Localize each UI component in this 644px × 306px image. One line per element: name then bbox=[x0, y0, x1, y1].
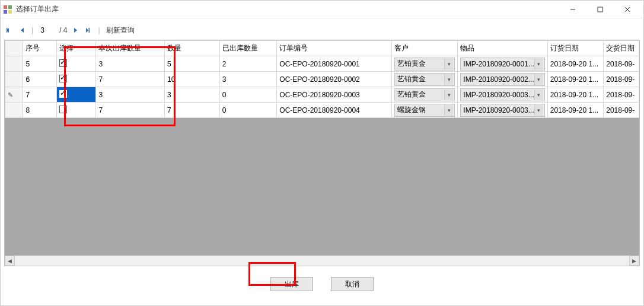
cell-select[interactable] bbox=[57, 56, 96, 72]
cell-qty[interactable]: 10 bbox=[165, 72, 220, 87]
col-order-date[interactable]: 订货日期 bbox=[547, 41, 603, 56]
table-row[interactable]: 8770OC-EPO-20180920-0004螺旋金钢▾IMP-2018092… bbox=[5, 103, 639, 118]
row-indicator[interactable] bbox=[5, 72, 23, 87]
close-button[interactable] bbox=[614, 1, 641, 18]
chevron-down-icon[interactable]: ▾ bbox=[444, 105, 453, 116]
cell-seq[interactable]: 6 bbox=[23, 72, 57, 87]
chevron-down-icon[interactable]: ▾ bbox=[534, 59, 543, 69]
chevron-down-icon[interactable]: ▾ bbox=[444, 90, 453, 100]
table-row[interactable]: ✎7330OC-EPO-20180920-0003艺铂黄金▾IMP-201809… bbox=[5, 87, 639, 103]
svg-rect-2 bbox=[4, 10, 7, 14]
cell-out-qty[interactable]: 7 bbox=[96, 72, 165, 87]
prev-page-button[interactable] bbox=[20, 27, 25, 34]
cell-item[interactable]: IMP-20180920-0002...▾ bbox=[458, 72, 547, 87]
cell-out-qty[interactable]: 7 bbox=[96, 103, 165, 118]
grid-container: 序号 选择 本次出库数量 数量 已出库数量 订单编号 客户 物品 订货日期 交货… bbox=[4, 40, 640, 266]
cell-item[interactable]: IMP-20180920-0001...▾ bbox=[458, 56, 547, 72]
cell-customer[interactable]: 螺旋金钢▾ bbox=[392, 103, 458, 118]
cell-order-date[interactable]: 2018-09-20 1... bbox=[547, 72, 603, 87]
cell-customer-dropdown[interactable]: 螺旋金钢▾ bbox=[394, 104, 455, 117]
next-page-button[interactable] bbox=[73, 27, 79, 34]
cell-select[interactable] bbox=[57, 87, 96, 103]
cell-item-dropdown[interactable]: IMP-20180920-0001...▾ bbox=[460, 58, 544, 71]
cell-qty[interactable]: 3 bbox=[165, 87, 220, 103]
cell-deliver-date[interactable]: 2018-09- bbox=[604, 56, 639, 72]
table-row[interactable]: 5352OC-EPO-20180920-0001艺铂黄金▾IMP-2018092… bbox=[5, 56, 639, 72]
cell-deliver-date[interactable]: 2018-09- bbox=[604, 103, 639, 118]
cell-order-no[interactable]: OC-EPO-20180920-0002 bbox=[277, 72, 392, 87]
outbound-button[interactable]: 出库 bbox=[270, 277, 313, 291]
col-customer[interactable]: 客户 bbox=[392, 41, 458, 56]
horizontal-scrollbar[interactable]: ◀ ▶ bbox=[5, 256, 639, 266]
cell-deliver-date[interactable]: 2018-09- bbox=[604, 72, 639, 87]
edit-indicator-icon: ✎ bbox=[8, 91, 13, 98]
cell-qty[interactable]: 7 bbox=[165, 103, 220, 118]
cancel-button[interactable]: 取消 bbox=[331, 277, 374, 291]
chevron-down-icon[interactable]: ▾ bbox=[444, 74, 453, 85]
cell-item-dropdown[interactable]: IMP-20180920-0003...▾ bbox=[460, 104, 544, 117]
row-indicator[interactable] bbox=[5, 56, 23, 72]
minimize-button[interactable] bbox=[559, 1, 586, 18]
col-order-no[interactable]: 订单编号 bbox=[277, 41, 392, 56]
refresh-button[interactable]: 刷新查询 bbox=[106, 26, 135, 36]
maximize-button[interactable] bbox=[586, 1, 614, 18]
cell-seq[interactable]: 8 bbox=[23, 103, 57, 118]
last-page-button[interactable] bbox=[85, 27, 92, 34]
cell-outed[interactable]: 3 bbox=[219, 72, 277, 87]
svg-rect-3 bbox=[8, 10, 12, 14]
cell-order-date[interactable]: 2018-09-20 1... bbox=[547, 56, 603, 72]
row-indicator[interactable] bbox=[5, 103, 23, 118]
chevron-down-icon[interactable]: ▾ bbox=[444, 59, 453, 69]
cell-customer[interactable]: 艺铂黄金▾ bbox=[392, 72, 458, 87]
cell-item[interactable]: IMP-20180920-0003...▾ bbox=[458, 87, 547, 103]
cell-customer[interactable]: 艺铂黄金▾ bbox=[392, 87, 458, 103]
cell-customer[interactable]: 艺铂黄金▾ bbox=[392, 56, 458, 72]
cell-customer-dropdown[interactable]: 艺铂黄金▾ bbox=[394, 73, 455, 86]
col-item[interactable]: 物品 bbox=[458, 41, 547, 56]
nav-separator: | bbox=[31, 26, 33, 34]
scroll-right-button[interactable]: ▶ bbox=[629, 256, 639, 266]
col-qty[interactable]: 数量 bbox=[165, 41, 220, 56]
cell-seq[interactable]: 7 bbox=[23, 87, 57, 103]
cell-item[interactable]: IMP-20180920-0003...▾ bbox=[458, 103, 547, 118]
col-out-qty[interactable]: 本次出库数量 bbox=[96, 41, 165, 56]
cell-order-no[interactable]: OC-EPO-20180920-0004 bbox=[277, 103, 392, 118]
select-checkbox[interactable] bbox=[59, 75, 67, 82]
col-select[interactable]: 选择 bbox=[57, 41, 96, 56]
first-page-button[interactable] bbox=[7, 27, 14, 34]
select-checkbox[interactable] bbox=[59, 59, 67, 67]
row-indicator[interactable]: ✎ bbox=[5, 87, 23, 103]
select-checkbox[interactable] bbox=[59, 106, 67, 113]
col-seq[interactable]: 序号 bbox=[23, 41, 57, 56]
cell-out-qty[interactable]: 3 bbox=[96, 87, 165, 103]
row-header-blank bbox=[5, 41, 23, 56]
table-row[interactable]: 67103OC-EPO-20180920-0002艺铂黄金▾IMP-201809… bbox=[5, 72, 639, 87]
cell-customer-dropdown[interactable]: 艺铂黄金▾ bbox=[394, 58, 455, 71]
cell-seq[interactable]: 5 bbox=[23, 56, 57, 72]
col-deliver-date[interactable]: 交货日期 bbox=[604, 41, 639, 56]
current-page-input[interactable] bbox=[39, 25, 53, 36]
cell-order-no[interactable]: OC-EPO-20180920-0001 bbox=[277, 56, 392, 72]
cell-outed[interactable]: 0 bbox=[219, 87, 277, 103]
scroll-track[interactable] bbox=[15, 256, 629, 266]
cell-order-no[interactable]: OC-EPO-20180920-0003 bbox=[277, 87, 392, 103]
cell-order-date[interactable]: 2018-09-20 1... bbox=[547, 103, 603, 118]
cell-order-date[interactable]: 2018-09-20 1... bbox=[547, 87, 603, 103]
select-checkbox[interactable] bbox=[59, 90, 67, 98]
cell-outed[interactable]: 2 bbox=[219, 56, 277, 72]
scroll-left-button[interactable]: ◀ bbox=[5, 256, 15, 266]
chevron-down-icon[interactable]: ▾ bbox=[534, 90, 543, 100]
cell-select[interactable] bbox=[57, 72, 96, 87]
cell-deliver-date[interactable]: 2018-09- bbox=[604, 87, 639, 103]
chevron-down-icon[interactable]: ▾ bbox=[534, 105, 543, 116]
cell-item-dropdown[interactable]: IMP-20180920-0002...▾ bbox=[460, 73, 544, 86]
cell-outed[interactable]: 0 bbox=[219, 103, 277, 118]
cell-item-dropdown[interactable]: IMP-20180920-0003...▾ bbox=[460, 88, 544, 101]
col-outed[interactable]: 已出库数量 bbox=[219, 41, 277, 56]
chevron-down-icon[interactable]: ▾ bbox=[534, 74, 543, 85]
svg-rect-13 bbox=[89, 28, 90, 33]
cell-out-qty[interactable]: 3 bbox=[96, 56, 165, 72]
cell-select[interactable] bbox=[57, 103, 96, 118]
cell-customer-dropdown[interactable]: 艺铂黄金▾ bbox=[394, 88, 455, 101]
cell-qty[interactable]: 5 bbox=[165, 56, 220, 72]
